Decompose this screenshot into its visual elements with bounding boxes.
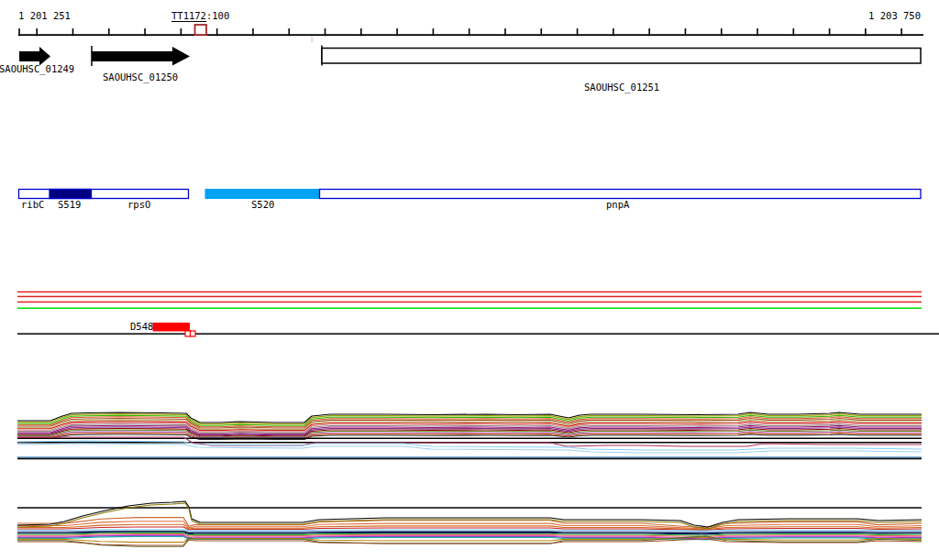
browser-canvas xyxy=(0,0,939,560)
feature-box-ribC-rpsO[interactable] xyxy=(19,190,189,199)
selection-tick xyxy=(311,37,314,43)
gene-track xyxy=(19,46,921,67)
gene-arrow-saouhsc-01249[interactable] xyxy=(19,47,50,66)
feature-box-pnpA[interactable] xyxy=(320,190,922,199)
coverage-plot-top xyxy=(17,412,922,459)
gene-arrow-saouhsc-01250[interactable] xyxy=(92,47,190,66)
colour-line-track xyxy=(17,292,939,337)
marker-box[interactable] xyxy=(195,25,207,35)
feature-segment-S520[interactable] xyxy=(205,190,320,199)
srna-box-D548[interactable] xyxy=(153,323,191,332)
feature-segment-S519[interactable] xyxy=(50,190,92,199)
srna-small-box-1[interactable] xyxy=(185,331,191,336)
ruler xyxy=(18,25,923,42)
dna-feature-track xyxy=(19,190,922,199)
genome-browser-window: 1 201 251 1 203 750 TT1172:100 SAOUHSC_0… xyxy=(0,0,939,560)
gene-box-saouhsc-01251[interactable] xyxy=(322,49,921,64)
coverage-plot-bottom xyxy=(17,501,922,546)
srna-small-box-2[interactable] xyxy=(191,331,196,336)
